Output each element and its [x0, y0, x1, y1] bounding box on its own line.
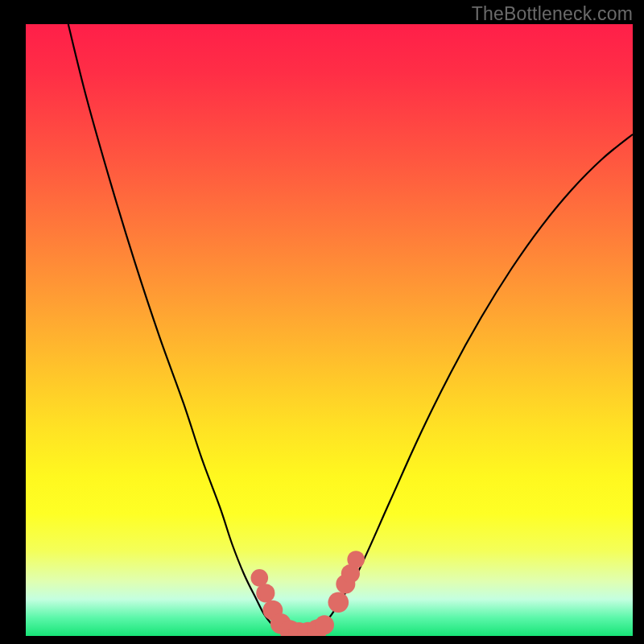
marker-group: [250, 551, 364, 636]
highlight-dot: [256, 584, 275, 602]
curve-svg: [26, 24, 633, 636]
highlight-dot: [315, 615, 334, 634]
plot-area: [26, 24, 633, 636]
chart-frame: TheBottleneck.com: [0, 0, 644, 644]
watermark-text: TheBottleneck.com: [472, 3, 633, 25]
bottleneck-curve: [68, 24, 633, 634]
highlight-dot: [347, 551, 365, 568]
highlight-dot: [328, 592, 349, 613]
